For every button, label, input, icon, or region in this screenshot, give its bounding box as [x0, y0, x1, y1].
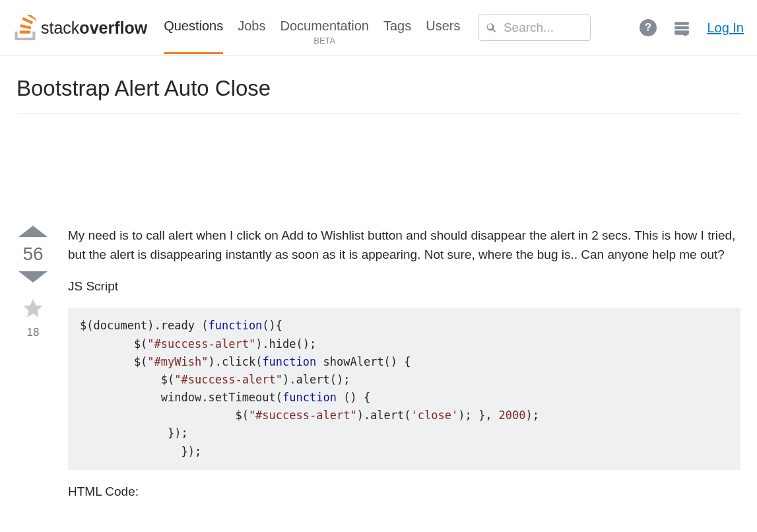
svg-rect-3 [675, 26, 690, 29]
stackoverflow-logo-icon [13, 15, 38, 40]
js-script-label: JS Script [68, 277, 741, 296]
question-title: Bootstrap Alert Auto Close [16, 76, 741, 101]
nav-users[interactable]: Users [426, 18, 460, 52]
vote-count: 56 [22, 244, 43, 265]
logo[interactable]: stackoverflow [13, 15, 147, 40]
logo-text: stackoverflow [41, 18, 147, 38]
favorite-button[interactable] [22, 297, 44, 319]
up-arrow-icon [18, 226, 48, 237]
svg-rect-2 [675, 22, 690, 24]
code-block-js: $(document).ready (function(){ $("#succe… [68, 308, 741, 470]
nav-questions[interactable]: Questions [164, 18, 223, 54]
nav-tags[interactable]: Tags [383, 18, 411, 52]
nav-documentation[interactable]: Documentation BETA [280, 18, 369, 64]
search-box[interactable] [478, 15, 591, 41]
nav-documentation-label: Documentation [280, 18, 369, 34]
help-icon[interactable]: ? [640, 19, 657, 36]
upvote-button[interactable] [18, 226, 48, 237]
html-code-label: HTML Code: [68, 482, 741, 501]
svg-text:?: ? [645, 21, 651, 33]
title-divider [16, 113, 741, 114]
down-arrow-icon [18, 271, 48, 283]
nav-jobs[interactable]: Jobs [238, 18, 265, 52]
post-body: My need is to call alert when I click on… [68, 226, 741, 513]
search-icon [486, 21, 496, 34]
downvote-button[interactable] [18, 271, 48, 283]
search-input[interactable] [504, 20, 584, 35]
login-link[interactable]: Log In [707, 20, 744, 36]
question-text: My need is to call alert when I click on… [68, 226, 741, 265]
inbox-icon[interactable] [673, 19, 690, 36]
beta-label: BETA [313, 36, 335, 46]
favorite-count: 18 [27, 326, 40, 339]
